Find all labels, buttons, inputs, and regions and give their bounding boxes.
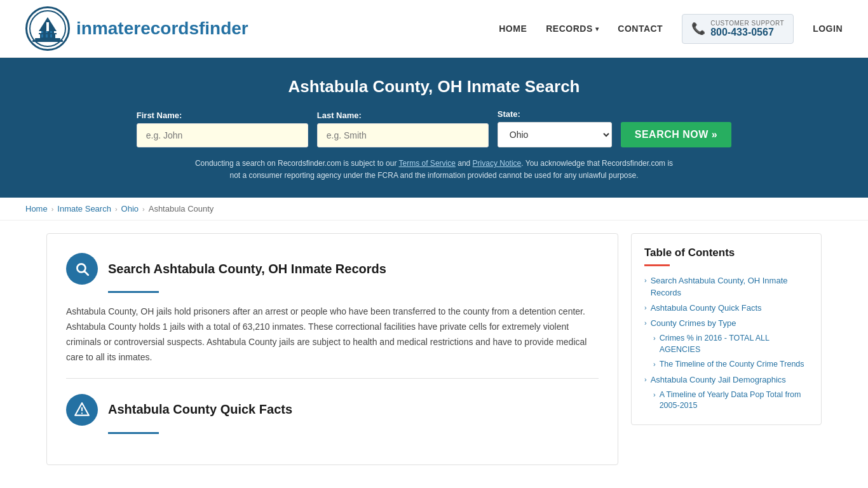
breadcrumb-ohio[interactable]: Ohio <box>121 204 139 214</box>
breadcrumb-sep-2: › <box>115 205 118 213</box>
sidebar: Table of Contents › Search Ashtabula Cou… <box>631 233 822 464</box>
toc-box: Table of Contents › Search Ashtabula Cou… <box>631 233 822 424</box>
svg-rect-4 <box>46 22 49 31</box>
first-name-input[interactable] <box>137 123 308 147</box>
state-group: State: Ohio Alabama Alaska Arizona Calif… <box>498 109 612 147</box>
privacy-link[interactable]: Privacy Notice <box>473 159 522 168</box>
toc-link-6[interactable]: Ashtabula County Jail Demographics <box>651 374 786 386</box>
warning-icon-circle <box>66 394 98 426</box>
logo-icon <box>25 6 70 51</box>
support-box[interactable]: 📞 CUSTOMER SUPPORT 800-433-0567 <box>682 14 794 44</box>
toc-underline <box>644 264 670 266</box>
support-number: 800-433-0567 <box>710 27 784 38</box>
svg-point-12 <box>81 412 83 414</box>
toc-link-7[interactable]: A Timeline of Yearly Data Pop Total from… <box>660 390 808 412</box>
section2-title: Ashtabula County Quick Facts <box>108 402 292 417</box>
last-name-group: Last Name: <box>317 111 489 147</box>
header: inmaterecordsfinder HOME RECORDS ▾ CONTA… <box>0 0 868 58</box>
svg-rect-8 <box>39 33 57 34</box>
section1-underline <box>108 291 159 293</box>
support-label: CUSTOMER SUPPORT <box>710 20 784 27</box>
toc-link-2[interactable]: Ashtabula County Quick Facts <box>651 302 762 314</box>
section2-underline <box>108 432 159 434</box>
toc-chevron-6: › <box>644 376 647 383</box>
toc-chevron-5: › <box>653 360 656 368</box>
toc-list: › Search Ashtabula County, OH Inmate Rec… <box>644 275 808 411</box>
section1-body: Ashtabula County, OH jails hold prisoner… <box>66 304 599 365</box>
breadcrumb-home[interactable]: Home <box>25 204 48 214</box>
toc-item-1: › Search Ashtabula County, OH Inmate Rec… <box>644 275 808 298</box>
hero-title: Ashtabula County, OH Inmate Search <box>25 77 843 97</box>
breadcrumb-sep-3: › <box>142 205 145 213</box>
toc-item-2: › Ashtabula County Quick Facts <box>644 302 808 314</box>
main-content: Search Ashtabula County, OH Inmate Recor… <box>21 220 847 477</box>
toc-item-6: › Ashtabula County Jail Demographics <box>644 374 808 386</box>
toc-item-7: › A Timeline of Yearly Data Pop Total fr… <box>653 390 808 412</box>
breadcrumb-inmate-search[interactable]: Inmate Search <box>57 204 111 214</box>
state-label: State: <box>498 109 520 119</box>
search-icon <box>74 261 90 277</box>
toc-title: Table of Contents <box>644 247 808 259</box>
logo-text: inmaterecordsfinder <box>76 18 248 39</box>
section2-header: Ashtabula County Quick Facts <box>66 394 599 426</box>
section1-title: Search Ashtabula County, OH Inmate Recor… <box>108 262 386 276</box>
login-button[interactable]: LOGIN <box>813 24 843 34</box>
nav-records[interactable]: RECORDS ▾ <box>546 24 599 34</box>
toc-item-5: › The Timeline of the County Crime Trend… <box>653 359 808 370</box>
last-name-input[interactable] <box>317 123 489 147</box>
breadcrumb: Home › Inmate Search › Ohio › Ashtabula … <box>0 198 868 220</box>
main-nav: HOME RECORDS ▾ CONTACT 📞 CUSTOMER SUPPOR… <box>499 14 843 44</box>
toc-link-5[interactable]: The Timeline of the County Crime Trends <box>660 359 804 370</box>
first-name-label: First Name: <box>137 111 182 120</box>
toc-chevron-3: › <box>644 319 647 327</box>
toc-link-1[interactable]: Search Ashtabula County, OH Inmate Recor… <box>651 275 808 298</box>
toc-sublist-1: › Crimes % in 2016 - TOTAL ALL AGENCIES … <box>653 333 808 370</box>
article: Search Ashtabula County, OH Inmate Recor… <box>46 233 618 464</box>
toc-chevron-4: › <box>653 334 656 342</box>
disclaimer-text: Conducting a search on Recordsfinder.com… <box>193 158 675 182</box>
toc-chevron-2: › <box>644 304 647 311</box>
search-button[interactable]: SEARCH NOW » <box>621 122 731 147</box>
warning-icon <box>74 402 90 418</box>
section2: Ashtabula County Quick Facts <box>66 378 599 434</box>
state-select[interactable]: Ohio Alabama Alaska Arizona California T… <box>498 122 612 147</box>
logo-area: inmaterecordsfinder <box>25 6 248 51</box>
first-name-group: First Name: <box>137 111 308 147</box>
toc-link-3[interactable]: County Crimes by Type <box>651 318 736 329</box>
breadcrumb-sep-1: › <box>51 205 54 213</box>
last-name-label: Last Name: <box>317 111 362 120</box>
svg-rect-9 <box>35 38 60 40</box>
toc-item-4: › Crimes % in 2016 - TOTAL ALL AGENCIES <box>653 333 808 355</box>
chevron-down-icon: ▾ <box>595 25 599 32</box>
search-form: First Name: Last Name: State: Ohio Alaba… <box>25 109 843 147</box>
hero-section: Ashtabula County, OH Inmate Search First… <box>0 58 868 198</box>
svg-rect-10 <box>32 40 63 42</box>
breadcrumb-current: Ashtabula County <box>149 204 214 214</box>
toc-link-4[interactable]: Crimes % in 2016 - TOTAL ALL AGENCIES <box>660 333 808 355</box>
section1-header: Search Ashtabula County, OH Inmate Recor… <box>66 253 599 285</box>
toc-sublist-2: › A Timeline of Yearly Data Pop Total fr… <box>653 390 808 412</box>
tos-link[interactable]: Terms of Service <box>399 159 456 168</box>
phone-icon: 📞 <box>691 22 705 36</box>
nav-home[interactable]: HOME <box>499 24 527 34</box>
search-icon-circle <box>66 253 98 285</box>
toc-item-3: › County Crimes by Type <box>644 318 808 329</box>
nav-contact[interactable]: CONTACT <box>618 24 663 34</box>
toc-chevron-1: › <box>644 276 647 284</box>
toc-chevron-7: › <box>653 391 656 398</box>
